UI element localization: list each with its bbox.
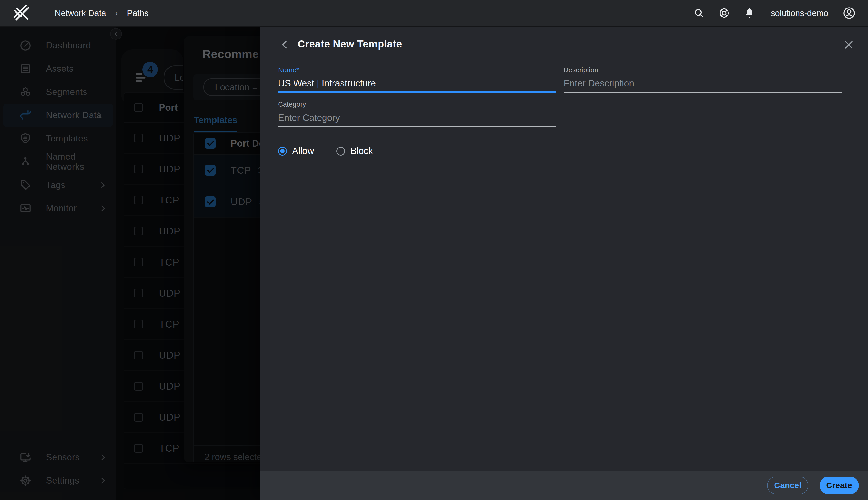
description-field-group: Description	[564, 66, 842, 92]
name-field-group: Name*	[278, 66, 556, 92]
app-root: Network Data › Paths solutions-demo Dash…	[0, 0, 868, 500]
radio-icon	[278, 147, 287, 156]
radio-icon	[336, 147, 345, 156]
topbar-actions: solutions-demo	[693, 6, 856, 20]
category-label: Category	[278, 101, 556, 108]
close-icon[interactable]	[843, 39, 854, 50]
breadcrumb: Network Data › Paths	[55, 8, 149, 18]
account-avatar-icon[interactable]	[842, 6, 856, 20]
name-input[interactable]	[278, 77, 556, 92]
help-lifebuoy-icon[interactable]	[719, 8, 730, 19]
app-body: Dashboard Assets Segments Network Data	[0, 27, 868, 500]
username[interactable]: solutions-demo	[771, 8, 828, 18]
drawer-title: Create New Template	[298, 38, 402, 50]
breadcrumb-separator-icon: ›	[115, 8, 118, 19]
breadcrumb-page[interactable]: Paths	[127, 8, 149, 18]
category-field-group: Category	[278, 101, 556, 127]
description-label: Description	[564, 66, 842, 74]
search-icon[interactable]	[693, 8, 705, 19]
category-input[interactable]	[278, 111, 556, 127]
create-button[interactable]: Create	[820, 477, 859, 495]
action-radio-group: Allow Block	[278, 146, 383, 156]
create-template-drawer: Create New Template Name* Description Ca…	[261, 27, 868, 500]
radio-option[interactable]: Block	[336, 146, 383, 156]
notifications-bell-icon[interactable]	[744, 8, 755, 19]
topbar-divider	[43, 5, 43, 21]
app-logo-icon[interactable]	[13, 4, 31, 22]
radio-option[interactable]: Allow	[278, 146, 324, 156]
description-input[interactable]	[564, 77, 842, 92]
breadcrumb-section[interactable]: Network Data	[55, 8, 106, 18]
name-label: Name*	[278, 66, 556, 74]
back-chevron-icon[interactable]	[279, 39, 290, 50]
drawer-footer: Cancel Create	[261, 471, 868, 500]
top-bar: Network Data › Paths solutions-demo	[0, 0, 868, 27]
cancel-button[interactable]: Cancel	[767, 477, 808, 495]
